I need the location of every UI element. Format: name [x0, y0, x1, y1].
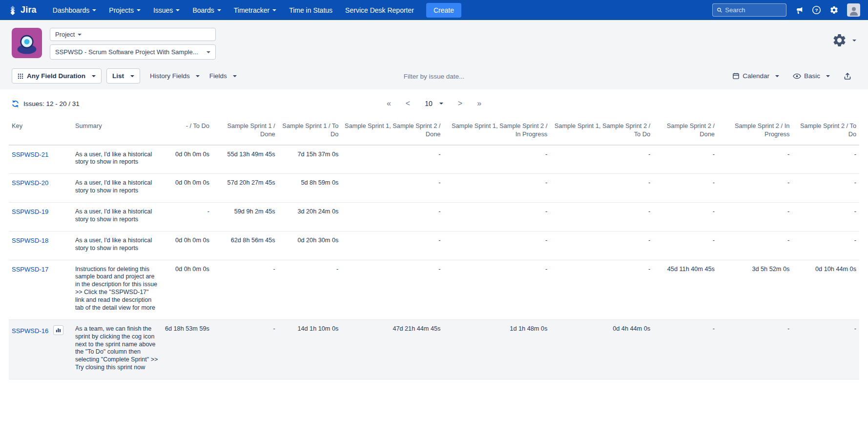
duration-value: - — [653, 319, 718, 379]
nav-item-dashboards[interactable]: Dashboards — [46, 0, 103, 20]
duration-value: 55d 13h 49m 45s — [212, 145, 278, 174]
column-header-key: Key — [9, 118, 72, 145]
nav-item-label: Timetracker — [234, 6, 269, 14]
duration-value: 0d 0h 0m 0s — [162, 145, 212, 174]
chevron-down-icon — [92, 75, 96, 77]
duration-value: - — [341, 260, 443, 319]
nav-item-projects[interactable]: Projects — [103, 0, 147, 20]
duration-value: - — [550, 174, 653, 203]
row-chart-button[interactable] — [53, 325, 63, 335]
duration-value: 0d 0h 0m 0s — [162, 260, 212, 319]
duration-value: 3d 20h 24m 0s — [278, 203, 342, 232]
user-avatar[interactable] — [847, 3, 860, 17]
pager: « < 10 > » — [387, 100, 481, 107]
duration-value: 47d 21h 44m 45s — [341, 319, 443, 379]
jira-logo[interactable]: Jira — [8, 5, 37, 15]
chevron-down-icon — [233, 75, 237, 77]
issue-key-link[interactable]: SSPWSD-19 — [12, 208, 48, 215]
view-dropdown[interactable]: List — [106, 68, 140, 84]
refresh-button[interactable] — [12, 100, 19, 107]
issue-date-filter-input[interactable] — [380, 73, 488, 80]
user-icon — [848, 5, 860, 17]
prev-page-button[interactable]: < — [406, 100, 410, 107]
page-header: Project SSPWSD - Scrum Software Project … — [0, 20, 868, 89]
duration-value: 5d 8h 59m 0s — [278, 174, 342, 203]
bar-chart-icon — [56, 327, 61, 333]
jira-logo-text: Jira — [21, 5, 37, 15]
search-box[interactable] — [712, 3, 786, 17]
last-page-button[interactable]: » — [477, 100, 481, 107]
search-input[interactable] — [725, 6, 782, 14]
report-type-dropdown[interactable]: Project — [50, 28, 216, 41]
chevron-down-icon — [130, 75, 134, 77]
duration-value: - — [550, 145, 653, 174]
calendar-icon — [732, 72, 740, 80]
duration-value: - — [443, 145, 550, 174]
export-button[interactable] — [839, 69, 856, 84]
column-header-sample-sprint-1-sample-sprint-2-in-progress: Sample Sprint 1, Sample Sprint 2 / In Pr… — [443, 118, 550, 145]
nav-item-boards[interactable]: Boards — [186, 0, 227, 20]
duration-value: - — [341, 145, 443, 174]
create-button[interactable]: Create — [426, 3, 461, 18]
view-mode-dropdown[interactable]: Basic — [788, 69, 835, 83]
calendar-dropdown[interactable]: Calendar — [727, 69, 784, 83]
duration-value: - — [718, 319, 792, 379]
table-row: SSPWSD-21As a user, I'd like a historica… — [9, 145, 859, 174]
nav-item-timetracker[interactable]: Timetracker — [227, 0, 283, 20]
gear-icon — [832, 33, 847, 48]
nav-item-label: Issues — [153, 6, 173, 14]
duration-value: 57d 20h 27m 45s — [212, 174, 278, 203]
view-mode-label: Basic — [804, 72, 820, 80]
duration-value: - — [278, 260, 342, 319]
duration-value: 0d 20h 30m 0s — [278, 231, 342, 260]
chevron-down-icon — [826, 75, 830, 77]
report-settings-button[interactable] — [832, 28, 856, 48]
project-select-value: SSPWSD - Scrum Software Project With Sam… — [55, 48, 198, 56]
issue-summary: As a user, I'd like a historical story t… — [72, 145, 162, 174]
pagination-row: Issues: 12 - 20 / 31 « < 10 > » — [0, 89, 868, 118]
issue-summary: As a user, I'd like a historical story t… — [72, 174, 162, 203]
history-fields-label: History Fields — [150, 72, 190, 80]
chevron-down-icon — [196, 75, 200, 77]
duration-value: - — [212, 319, 278, 379]
duration-value: - — [443, 260, 550, 319]
column-header-sample-sprint-2-in-progress: Sample Sprint 2 / In Progress — [718, 118, 792, 145]
column-header-sample-sprint-2-done: Sample Sprint 2 / Done — [653, 118, 718, 145]
issue-key-link[interactable]: SSPWSD-20 — [12, 179, 48, 187]
nav-item-issues[interactable]: Issues — [147, 0, 186, 20]
nav-item-time-in-status[interactable]: Time in Status — [283, 0, 339, 20]
duration-value: - — [792, 174, 859, 203]
view-label: List — [112, 72, 124, 80]
duration-value: - — [341, 203, 443, 232]
field-duration-label: Any Field Duration — [27, 72, 85, 80]
help-button[interactable]: ? — [812, 5, 821, 15]
history-fields-dropdown[interactable]: History Fields — [145, 69, 205, 83]
nav-item-service-desk-reporter[interactable]: Service Desk Reporter — [339, 0, 420, 20]
first-page-button[interactable]: « — [387, 100, 391, 107]
announcements-button[interactable] — [795, 6, 804, 15]
page-size-dropdown[interactable]: 10 — [425, 100, 443, 107]
table-row: SSPWSD-16As a team, we can finish the sp… — [9, 319, 859, 379]
chevron-down-icon — [272, 9, 276, 11]
duration-value: - — [550, 203, 653, 232]
project-select-dropdown[interactable]: SSPWSD - Scrum Software Project With Sam… — [50, 44, 216, 60]
results-table-wrap: KeySummary- / To DoSample Sprint 1 / Don… — [0, 118, 868, 379]
field-duration-dropdown[interactable]: Any Field Duration — [12, 68, 102, 84]
issue-key-link[interactable]: SSPWSD-17 — [12, 266, 48, 273]
jira-logo-icon — [8, 5, 18, 15]
issue-key-link[interactable]: SSPWSD-18 — [12, 237, 48, 244]
fields-dropdown[interactable]: Fields — [205, 69, 242, 83]
duration-value: - — [792, 319, 859, 379]
next-page-button[interactable]: > — [458, 100, 462, 107]
column-header-summary: Summary — [72, 118, 162, 145]
admin-settings-button[interactable] — [829, 5, 839, 15]
nav-item-label: Dashboards — [53, 6, 90, 14]
issue-key-link[interactable]: SSPWSD-16 — [12, 327, 48, 335]
report-toolbar: Any Field Duration List History Fields F… — [12, 68, 856, 84]
issue-key-link[interactable]: SSPWSD-21 — [12, 151, 48, 158]
issue-summary: As a team, we can finish the sprint by c… — [72, 319, 162, 379]
column-header-sample-sprint-1-to-do: Sample Sprint 1 / To Do — [278, 118, 342, 145]
issues-count-label: Issues: 12 - 20 / 31 — [23, 100, 80, 107]
duration-value: - — [212, 260, 278, 319]
chevron-down-icon — [775, 75, 779, 77]
